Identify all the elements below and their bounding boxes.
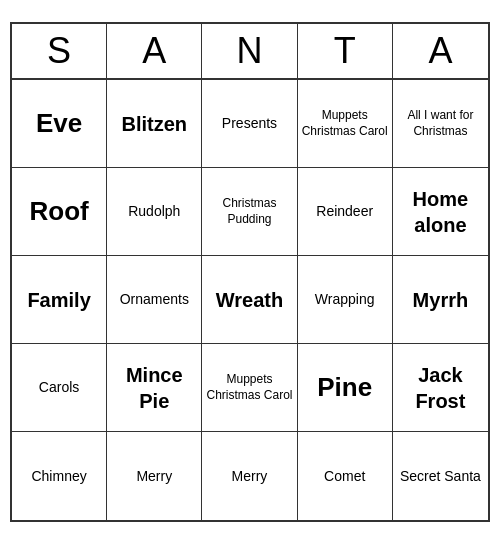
cell-3-2: Muppets Christmas Carol xyxy=(202,344,297,432)
cell-2-3: Wrapping xyxy=(298,256,393,344)
cell-text: Roof xyxy=(29,195,88,229)
cell-text: Blitzen xyxy=(122,111,188,137)
cell-1-0: Roof xyxy=(12,168,107,256)
cell-text: Wreath xyxy=(216,287,283,313)
cell-2-4: Myrrh xyxy=(393,256,488,344)
cell-text: Merry xyxy=(232,467,268,485)
cell-0-4: All I want for Christmas xyxy=(393,80,488,168)
cell-text: Home alone xyxy=(397,186,484,238)
header-letter: T xyxy=(298,24,393,78)
cell-text: Jack Frost xyxy=(397,362,484,414)
cell-text: Wrapping xyxy=(315,290,375,308)
cell-4-2: Merry xyxy=(202,432,297,520)
header-letter: S xyxy=(12,24,107,78)
cell-text: Rudolph xyxy=(128,202,180,220)
cell-2-2: Wreath xyxy=(202,256,297,344)
cell-text: Muppets Christmas Carol xyxy=(302,108,388,139)
cell-0-2: Presents xyxy=(202,80,297,168)
cell-text: Christmas Pudding xyxy=(206,196,292,227)
cell-3-0: Carols xyxy=(12,344,107,432)
cell-3-4: Jack Frost xyxy=(393,344,488,432)
cell-4-0: Chimney xyxy=(12,432,107,520)
cell-3-3: Pine xyxy=(298,344,393,432)
cell-0-3: Muppets Christmas Carol xyxy=(298,80,393,168)
cell-text: Merry xyxy=(136,467,172,485)
cell-4-3: Comet xyxy=(298,432,393,520)
cell-text: Comet xyxy=(324,467,365,485)
cell-text: Presents xyxy=(222,114,277,132)
cell-1-3: Reindeer xyxy=(298,168,393,256)
cell-text: Chimney xyxy=(31,467,86,485)
cell-text: Ornaments xyxy=(120,290,189,308)
cell-text: Myrrh xyxy=(413,287,469,313)
cell-3-1: Mince Pie xyxy=(107,344,202,432)
cell-text: All I want for Christmas xyxy=(397,108,484,139)
cell-2-1: Ornaments xyxy=(107,256,202,344)
cell-0-1: Blitzen xyxy=(107,80,202,168)
cell-text: Reindeer xyxy=(316,202,373,220)
bingo-header: SANTA xyxy=(12,24,488,80)
cell-1-1: Rudolph xyxy=(107,168,202,256)
cell-1-2: Christmas Pudding xyxy=(202,168,297,256)
cell-text: Eve xyxy=(36,107,82,141)
cell-1-4: Home alone xyxy=(393,168,488,256)
cell-text: Mince Pie xyxy=(111,362,197,414)
cell-text: Secret Santa xyxy=(400,467,481,485)
cell-text: Carols xyxy=(39,378,79,396)
cell-4-4: Secret Santa xyxy=(393,432,488,520)
cell-text: Muppets Christmas Carol xyxy=(206,372,292,403)
header-letter: N xyxy=(202,24,297,78)
header-letter: A xyxy=(393,24,488,78)
header-letter: A xyxy=(107,24,202,78)
cell-4-1: Merry xyxy=(107,432,202,520)
bingo-grid: EveBlitzenPresentsMuppets Christmas Caro… xyxy=(12,80,488,520)
bingo-card: SANTA EveBlitzenPresentsMuppets Christma… xyxy=(10,22,490,522)
cell-2-0: Family xyxy=(12,256,107,344)
cell-text: Family xyxy=(27,287,90,313)
cell-0-0: Eve xyxy=(12,80,107,168)
cell-text: Pine xyxy=(317,371,372,405)
